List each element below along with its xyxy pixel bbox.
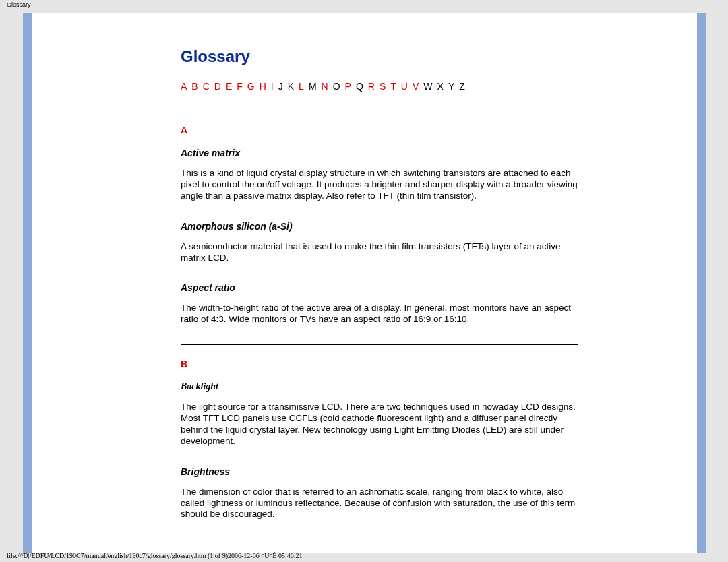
nav-letter-k: K — [288, 81, 295, 92]
nav-letter-g[interactable]: G — [247, 81, 255, 92]
nav-letter-c[interactable]: C — [203, 81, 210, 92]
nav-letter-j: J — [278, 81, 284, 92]
nav-letter-i[interactable]: I — [271, 81, 274, 92]
content-area: Glossary ABCDEFGHIJKLMNOPQRSTUVWXYZ A Ac… — [32, 13, 697, 553]
footer-file-path: file:///D|/EDFU/LCD/190C7/manual/english… — [7, 552, 303, 559]
nav-letter-x: X — [437, 81, 444, 92]
nav-letter-p[interactable]: P — [345, 81, 352, 92]
divider — [181, 111, 578, 111]
nav-letter-m: M — [309, 81, 317, 92]
alphabet-nav: ABCDEFGHIJKLMNOPQRSTUVWXYZ — [181, 81, 585, 92]
nav-letter-e[interactable]: E — [226, 81, 233, 92]
section-letter-a: A — [181, 125, 585, 135]
nav-letter-w: W — [423, 81, 433, 92]
page-frame: Glossary ABCDEFGHIJKLMNOPQRSTUVWXYZ A Ac… — [23, 13, 706, 553]
nav-letter-d[interactable]: D — [214, 81, 222, 92]
term-backlight: Backlight — [181, 381, 585, 392]
term-amorphous-silicon: Amorphous silicon (a-Si) — [181, 221, 585, 232]
nav-letter-s[interactable]: S — [380, 81, 386, 92]
page-header-label: Glossary — [7, 1, 31, 8]
def-active-matrix: This is a kind of liquid crystal display… — [181, 168, 578, 202]
nav-letter-z: Z — [459, 81, 466, 92]
nav-letter-t[interactable]: T — [390, 81, 397, 92]
nav-letter-q: Q — [356, 81, 364, 92]
nav-letter-y: Y — [448, 81, 455, 92]
left-border-bar — [23, 13, 32, 553]
page-title: Glossary — [181, 47, 585, 66]
nav-letter-f[interactable]: F — [237, 81, 243, 92]
term-brightness: Brightness — [181, 466, 585, 477]
nav-letter-o: O — [333, 81, 341, 92]
nav-letter-u[interactable]: U — [401, 81, 408, 92]
nav-letter-a[interactable]: A — [181, 81, 187, 92]
nav-letter-v[interactable]: V — [413, 81, 419, 92]
def-amorphous-silicon: A semiconductor material that is used to… — [181, 241, 578, 264]
nav-letter-r[interactable]: R — [368, 81, 375, 92]
nav-letter-h[interactable]: H — [260, 81, 267, 92]
term-active-matrix: Active matrix — [181, 148, 585, 158]
divider — [181, 344, 578, 345]
right-border-bar — [697, 13, 706, 553]
def-backlight: The light source for a transmissive LCD.… — [181, 402, 578, 447]
nav-letter-n[interactable]: N — [322, 81, 329, 92]
nav-letter-b[interactable]: B — [191, 81, 198, 92]
nav-letter-l[interactable]: L — [299, 81, 305, 92]
section-letter-b: B — [181, 358, 585, 369]
term-aspect-ratio: Aspect ratio — [181, 282, 585, 293]
def-brightness: The dimension of color that is referred … — [181, 487, 578, 521]
def-aspect-ratio: The width-to-height ratio of the active … — [181, 303, 578, 325]
